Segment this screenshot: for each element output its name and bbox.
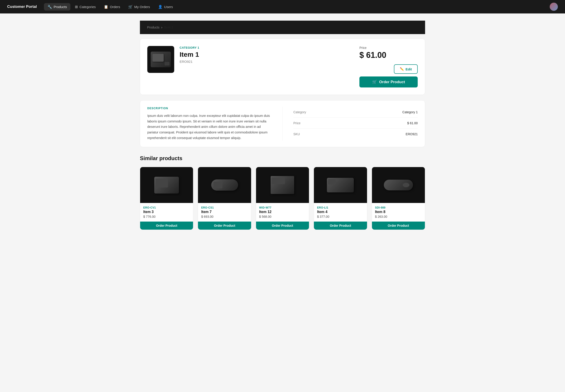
similar-order-btn-1[interactable]: Order Product xyxy=(198,222,251,230)
similar-footer-0: Order Product xyxy=(140,222,193,230)
cart-icon: 🛒 xyxy=(372,80,377,84)
price-value: $ 61.00 xyxy=(359,50,386,60)
similar-sku-4: SDI-989 xyxy=(375,206,422,209)
nav-users[interactable]: 👤 Users xyxy=(154,3,177,11)
similar-sku-0: ERO-CV1 xyxy=(143,206,190,209)
nav-orders[interactable]: 📋 Orders xyxy=(100,3,124,11)
meta-val-sku: ERO921 xyxy=(406,132,418,136)
similar-card-0[interactable]: ERO-CV1 Item 3 $ 776.00 Order Product xyxy=(140,167,193,230)
similar-name-4: Item 8 xyxy=(375,210,422,214)
categories-icon: ⊞ xyxy=(75,5,78,9)
similar-price-4: $ 263.00 xyxy=(375,215,422,218)
meta-key-sku: SKU xyxy=(293,132,300,136)
product-header: CATEGORY 1 Item 1 ERO921 Price $ 61.00 ✏… xyxy=(140,39,425,95)
breadcrumb-current: Item 1 xyxy=(164,26,173,29)
meta-section: Category Category 1 Price $ 61.00 SKU ER… xyxy=(282,107,418,140)
similar-order-btn-0[interactable]: Order Product xyxy=(140,222,193,230)
nav-products[interactable]: 🔧 Products xyxy=(44,3,70,11)
breadcrumb: Products › Item 1 xyxy=(140,21,425,34)
nav-categories[interactable]: ⊞ Categories xyxy=(71,3,99,11)
details-card: DESCRIPTION Ipsum duis velit laborum non… xyxy=(140,100,425,147)
description-text: Ipsum duis velit laborum non culpa. Irur… xyxy=(147,113,272,140)
similar-price-2: $ 568.00 xyxy=(259,215,306,218)
similar-card-1[interactable]: ERO-CS1 Item 7 $ 693.00 Order Product xyxy=(198,167,251,230)
nav-my-orders[interactable]: 🛒 My Orders xyxy=(125,3,153,11)
similar-info-4: SDI-989 Item 8 $ 263.00 xyxy=(372,203,425,218)
product-sku: ERO921 xyxy=(179,60,354,63)
similar-sku-1: ERO-CS1 xyxy=(201,206,248,209)
breadcrumb-parent[interactable]: Products xyxy=(147,26,159,29)
edit-label: Edit xyxy=(406,67,412,71)
similar-img-4 xyxy=(372,167,425,203)
similar-img-2 xyxy=(256,167,309,203)
similar-img-3 xyxy=(314,167,367,203)
product-category: CATEGORY 1 xyxy=(179,46,354,49)
meta-val-price: $ 61.00 xyxy=(407,121,418,125)
product-actions: Price $ 61.00 ✏️ Edit 🛒 Order Product xyxy=(359,46,418,87)
similar-footer-1: Order Product xyxy=(198,222,251,230)
similar-shape-4 xyxy=(384,180,413,190)
similar-info-0: ERO-CV1 Item 3 $ 776.00 xyxy=(140,203,193,218)
order-product-label: Order Product xyxy=(379,80,405,84)
nav-items: 🔧 Products ⊞ Categories 📋 Orders 🛒 My Or… xyxy=(44,3,548,11)
similar-price-1: $ 693.00 xyxy=(201,215,248,218)
edit-button[interactable]: ✏️ Edit xyxy=(394,64,418,74)
similar-footer-4: Order Product xyxy=(372,222,425,230)
nav-users-label: Users xyxy=(164,5,173,9)
similar-name-2: Item 12 xyxy=(259,210,306,214)
description-label: DESCRIPTION xyxy=(147,107,272,110)
meta-key-price: Price xyxy=(293,121,301,125)
edit-icon: ✏️ xyxy=(400,67,404,71)
avatar[interactable] xyxy=(550,3,558,11)
nav-products-label: Products xyxy=(54,5,67,9)
similar-info-2: WID-W77 Item 12 $ 568.00 xyxy=(256,203,309,218)
similar-card-2[interactable]: WID-W77 Item 12 $ 568.00 Order Product xyxy=(256,167,309,230)
meta-key-category: Category xyxy=(293,110,306,114)
similar-footer-3: Order Product xyxy=(314,222,367,230)
similar-order-btn-2[interactable]: Order Product xyxy=(256,222,309,230)
nav-my-orders-label: My Orders xyxy=(134,5,150,9)
products-icon: 🔧 xyxy=(48,5,52,9)
orders-icon: 📋 xyxy=(104,5,108,9)
similar-shape-2 xyxy=(271,176,294,194)
my-orders-icon: 🛒 xyxy=(128,5,133,9)
product-info: CATEGORY 1 Item 1 ERO921 xyxy=(179,46,354,63)
similar-card-3[interactable]: ERO-LI1 Item 4 $ 377.00 Order Product xyxy=(314,167,367,230)
meta-row-sku: SKU ERO921 xyxy=(293,129,418,140)
similar-products-grid: ERO-CV1 Item 3 $ 776.00 Order Product ER… xyxy=(140,167,425,230)
nav-orders-label: Orders xyxy=(110,5,120,9)
similar-info-3: ERO-LI1 Item 4 $ 377.00 xyxy=(314,203,367,218)
similar-card-4[interactable]: SDI-989 Item 8 $ 263.00 Order Product xyxy=(372,167,425,230)
product-image-shape xyxy=(151,52,171,67)
nav-categories-label: Categories xyxy=(79,5,96,9)
similar-price-3: $ 377.00 xyxy=(317,215,364,218)
product-image xyxy=(147,46,174,73)
meta-val-category: Category 1 xyxy=(402,110,418,114)
similar-name-3: Item 4 xyxy=(317,210,364,214)
similar-img-1 xyxy=(198,167,251,203)
similar-shape-1 xyxy=(211,179,238,191)
breadcrumb-separator: › xyxy=(161,26,162,29)
avatar-image xyxy=(550,3,558,11)
brand-name: Customer Portal xyxy=(7,4,37,9)
similar-price-0: $ 776.00 xyxy=(143,215,190,218)
price-label: Price xyxy=(359,46,386,50)
description-section: DESCRIPTION Ipsum duis velit laborum non… xyxy=(147,107,272,140)
similar-order-btn-4[interactable]: Order Product xyxy=(372,222,425,230)
similar-name-1: Item 7 xyxy=(201,210,248,214)
similar-order-btn-3[interactable]: Order Product xyxy=(314,222,367,230)
users-icon: 👤 xyxy=(158,5,163,9)
page-content: Products › Item 1 CATEGORY 1 Item 1 ERO9… xyxy=(135,14,430,243)
meta-row-price: Price $ 61.00 xyxy=(293,118,418,129)
similar-shape-0 xyxy=(154,177,179,194)
similar-shape-3 xyxy=(327,178,354,192)
similar-info-1: ERO-CS1 Item 7 $ 693.00 xyxy=(198,203,251,218)
product-name: Item 1 xyxy=(179,51,354,58)
order-product-button[interactable]: 🛒 Order Product xyxy=(359,76,418,87)
similar-products-title: Similar products xyxy=(140,155,425,161)
navbar: Customer Portal 🔧 Products ⊞ Categories … xyxy=(0,0,565,14)
similar-img-0 xyxy=(140,167,193,203)
similar-name-0: Item 3 xyxy=(143,210,190,214)
similar-sku-2: WID-W77 xyxy=(259,206,306,209)
meta-row-category: Category Category 1 xyxy=(293,107,418,118)
